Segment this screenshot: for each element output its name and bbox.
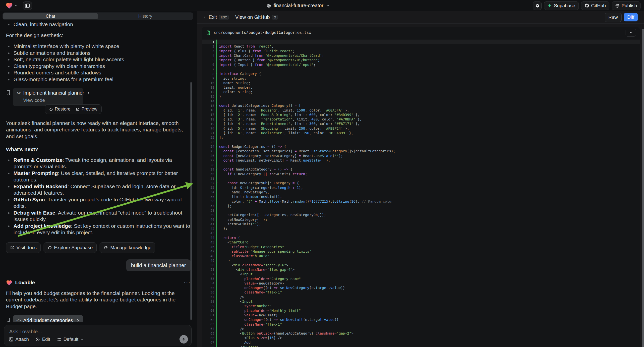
fold-chevron-icon[interactable]: ∨ <box>216 72 218 75</box>
code-line: 60 placeholder="Monthly limit" <box>202 308 640 313</box>
list-item: Clean, intuitive navigation <box>6 21 191 28</box>
line-number: 64 <box>202 327 216 330</box>
fold-chevron-icon[interactable]: ∨ <box>216 145 218 147</box>
prompt-input-placeholder[interactable]: Ask Lovable... <box>9 328 42 334</box>
toggle-sidebar-button[interactable] <box>23 2 32 10</box>
model-selector[interactable]: Default <box>57 336 84 342</box>
code-line: 18 { id: '3', name: 'Transportation', li… <box>202 117 640 122</box>
line-number: 66 <box>202 336 216 340</box>
edit-card-implement-financial-planner[interactable]: <> Implement financial planner View code <box>13 88 83 106</box>
manage-knowledge-button[interactable]: Manage knowledge <box>100 242 155 253</box>
line-number: 45 <box>202 240 216 244</box>
line-number: 50 <box>202 263 216 267</box>
bookmark-icon[interactable] <box>6 317 10 322</box>
code-icon: <> <box>16 317 21 322</box>
line-number: 34 <box>202 190 216 194</box>
bookmark-icon[interactable] <box>6 90 10 96</box>
code-line: 56 className="flex-1" <box>202 290 640 294</box>
code-line: 21 { id: '6', name: 'Healthcare', limit:… <box>202 131 640 135</box>
send-button[interactable] <box>180 335 188 344</box>
lovable-heart-logo[interactable] <box>6 2 13 10</box>
code-text: const BudgetCategories = () => { <box>216 144 286 148</box>
chevron-right-icon <box>87 91 90 94</box>
diff-toggle-button[interactable]: Diff <box>624 13 638 22</box>
settings-gear-button[interactable] <box>533 2 542 10</box>
fold-chevron-icon[interactable]: ∨ <box>216 182 218 184</box>
chat-panel: Chat History Clean, intuitive navigation… <box>0 11 197 347</box>
code-text: import { Input } from '@/components/ui/i… <box>216 63 316 67</box>
edit-mode-button[interactable]: Edit <box>35 336 50 342</box>
diff-added-gutter <box>216 208 216 212</box>
code-panel-scrollbar[interactable] <box>642 29 644 347</box>
chat-messages[interactable]: Clean, intuitive navigation For the desi… <box>0 21 197 322</box>
line-number: 16 <box>202 108 216 112</box>
raw-toggle-button[interactable]: Raw <box>605 13 622 22</box>
collapse-file-button[interactable] <box>626 29 636 36</box>
line-number: 33 <box>202 186 216 190</box>
line-number: 43 <box>202 231 216 235</box>
code-line: 23 <box>202 140 640 144</box>
line-number: 67 <box>202 340 216 344</box>
code-line: 46 title="Budget Categories" <box>202 244 640 249</box>
line-number: 14 <box>202 99 216 103</box>
code-line: 1 <box>202 40 640 44</box>
list-item: Master Prompting: Use clear, detailed, a… <box>6 170 191 183</box>
view-on-github-button[interactable]: View on GitHub G <box>235 14 278 20</box>
code-line: 8∨interface Category { <box>202 72 640 76</box>
list-item: Rounded corners and subtle shadows <box>6 70 191 76</box>
github-button[interactable]: GitHub <box>581 2 610 10</box>
line-number: 39 <box>202 213 216 217</box>
code-text: return ( <box>216 236 240 240</box>
code-text: if (!newCategory || !newLimit) return; <box>216 172 307 176</box>
workspace-chevron-down-icon[interactable] <box>14 4 18 8</box>
code-line: 48 className="h-auto" <box>202 254 640 258</box>
view-code-link[interactable]: View code <box>23 97 80 104</box>
code-line: 26 const [newCategory, setNewCategory] =… <box>202 153 640 158</box>
code-line: 50 <div className="space-y-6"> <box>202 263 640 267</box>
code-line: 65 <Button onClick={handleAddCategory} c… <box>202 331 640 336</box>
line-number: 24∨ <box>202 144 216 148</box>
assistant-name: Lovable <box>15 279 181 286</box>
preview-button[interactable]: Preview <box>73 106 100 112</box>
visit-docs-button[interactable]: Visit docs <box>6 242 40 253</box>
message-options-button[interactable]: ··· <box>184 279 191 286</box>
file-header[interactable]: src/components/budget/BudgetCategories.t… <box>202 27 640 38</box>
line-number: 11 <box>202 86 216 89</box>
project-switcher[interactable]: financial-future-creator <box>266 0 330 11</box>
restore-preview-toolbar: Restore Preview <box>45 104 102 114</box>
code-text: className="flex-1" <box>216 322 282 326</box>
line-number: 22 <box>202 136 216 140</box>
exit-button[interactable]: Exit ESC <box>203 14 229 20</box>
tab-chat[interactable]: Chat <box>3 13 98 20</box>
explore-supabase-button[interactable]: Explore Supabase <box>44 242 96 253</box>
line-number: 47 <box>202 250 216 253</box>
tab-history[interactable]: History <box>98 13 193 20</box>
code-line: 20 { id: '5', name: 'Shopping', limit: 2… <box>202 126 640 131</box>
code-line: 61 value={newLimit} <box>202 313 640 318</box>
line-number: 57 <box>202 295 216 299</box>
code-text: setNewCategory(''); <box>216 218 267 222</box>
diff-added-gutter <box>216 67 216 72</box>
code-line: 33 id: String(categories.length + 1), <box>202 186 640 190</box>
publish-button[interactable]: Publish <box>612 2 640 10</box>
diff-added-gutter <box>216 40 216 44</box>
code-text: import ChartCard from '@/components/ui/C… <box>216 54 324 58</box>
restore-button[interactable]: Restore <box>46 106 73 112</box>
chat-scrollbar[interactable] <box>190 82 192 320</box>
code-line: 39 setCategories([...categories, newCate… <box>202 212 640 217</box>
fold-chevron-icon[interactable]: ∨ <box>216 168 218 170</box>
supabase-button[interactable]: Supabase <box>544 2 579 10</box>
line-number: 44 <box>202 236 216 240</box>
prompt-input-box[interactable]: Ask Lovable... Attach Edit Default <box>4 325 192 346</box>
code-line: 52 <Input <box>202 272 640 276</box>
code-content[interactable]: 12import React from 'react';3import { Pl… <box>202 38 640 347</box>
fold-chevron-icon[interactable]: ∨ <box>216 104 218 106</box>
diff-added-gutter <box>216 162 216 167</box>
line-number: 35 <box>202 195 216 199</box>
line-number: 36 <box>202 200 216 203</box>
attach-button[interactable]: Attach <box>9 336 29 342</box>
edit-card-add-budget-categories[interactable]: <> Add budget categories View code <box>13 315 83 322</box>
code-text: ]; <box>216 136 223 140</box>
top-bar: financial-future-creator Supabase GitHub <box>0 0 644 11</box>
code-text: <Input <box>216 272 253 276</box>
